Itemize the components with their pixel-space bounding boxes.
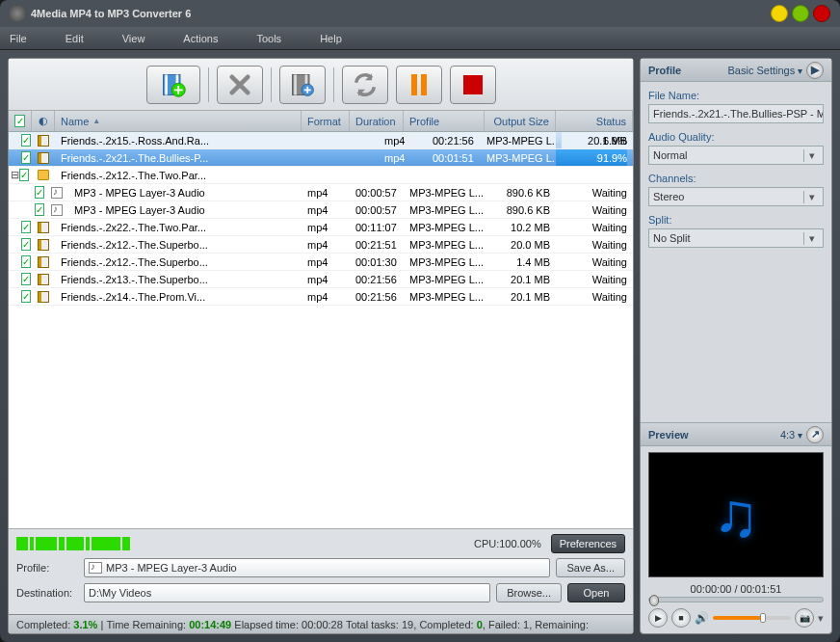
cell-format: mp4 [302,288,350,305]
snapshot-menu-icon[interactable]: ▾ [818,612,824,625]
channels-label: Channels: [648,173,824,184]
cell-size: 20.1 MB [485,288,556,305]
header-type-icon[interactable]: ◐ [32,111,55,131]
cell-check[interactable]: ✓ [9,236,32,253]
cell-type-icon [32,254,55,270]
preview-header-label: Preview [648,429,689,441]
cell-profile: MP3-MPEG L... [404,236,485,253]
split-combo[interactable]: No Split▾ [648,228,824,248]
table-row[interactable]: ✓Friends.-.2x15.-.Ross.And.Ra...mp400:21… [9,132,633,149]
titlebar[interactable]: 4Media MP4 to MP3 Converter 6 [0,0,840,27]
cell-duration: 00:21:51 [350,236,404,253]
add-profile-button[interactable] [279,66,326,104]
cell-name: Friends.-.2x14.-.The.Prom.Vi... [55,288,302,305]
cell-size: 20.1 MB [485,271,556,287]
time-display: 00:00:00 / 00:01:51 [641,583,831,595]
bottom-panel: CPU:100.00% Preferences Profile: MP3 - M… [9,528,633,614]
cell-profile: MP3-MPEG L... [481,149,562,166]
media-controls: ▶ ■ 🔊 📷 ▾ [641,606,831,633]
preview-viewport[interactable]: ♫ [648,452,824,577]
expand-icon[interactable]: ⊟ [11,169,19,181]
cell-duration: 00:21:56 [350,271,404,287]
close-button[interactable] [813,5,830,22]
cell-duration: 00:21:56 [350,288,404,305]
cell-check[interactable]: ✓ [9,184,45,201]
save-as-button[interactable]: Save As... [556,558,625,577]
cell-name: Friends.-.2x12.-.The.Superbo... [55,236,302,253]
app-title: 4Media MP4 to MP3 Converter 6 [31,8,191,19]
profile-value: MP3 - MPEG Layer-3 Audio [106,562,237,574]
table-row[interactable]: ✓Friends.-.2x13.-.The.Superbo...mp400:21… [9,271,633,288]
stop-button[interactable] [450,66,496,104]
quality-combo[interactable]: Normal▾ [648,146,824,165]
main-panel: ✓ ◐ Name▲ Format Duration Profile Output… [8,58,634,634]
volume-icon[interactable]: 🔊 [695,611,709,625]
volume-slider[interactable] [713,616,791,620]
menu-tools[interactable]: Tools [256,33,281,44]
snapshot-button[interactable]: 📷 [795,608,814,628]
pause-button[interactable] [396,66,442,104]
table-row[interactable]: ⊟✓Friends.-.2x12.-.The.Two.Par... [9,167,633,184]
profile-combo[interactable]: MP3 - MPEG Layer-3 Audio [84,558,550,577]
aspect-link[interactable]: 4:3 ▾ [780,429,802,441]
table-row[interactable]: ✓Friends.-.2x22.-.The.Two.Par...mp400:11… [9,219,633,236]
channels-combo[interactable]: Stereo▾ [648,187,824,206]
maximize-button[interactable] [792,5,809,22]
menu-actions[interactable]: Actions [183,33,218,44]
cell-check[interactable]: ✓ [9,254,32,270]
menu-view[interactable]: View [122,33,145,44]
table-row[interactable]: ✓MP3 - MPEG Layer-3 Audiomp400:00:57MP3-… [9,201,633,219]
file-list[interactable]: ✓Friends.-.2x15.-.Ross.And.Ra...mp400:21… [9,132,633,528]
filename-field[interactable]: Friends.-.2x21.-.The.Bullies-PSP - MPEG [648,104,824,123]
cell-status: Waiting [556,184,633,201]
music-note-icon: ♫ [713,479,759,550]
table-row[interactable]: ✓Friends.-.2x14.-.The.Prom.Vi...mp400:21… [9,288,633,306]
cell-format [302,167,350,183]
preferences-button[interactable]: Preferences [551,534,625,553]
cell-check[interactable]: ✓ [9,271,32,287]
delete-button[interactable] [217,66,263,104]
minimize-button[interactable] [771,5,788,22]
header-check[interactable]: ✓ [9,111,32,131]
profile-expand-button[interactable]: ▶ [806,62,824,79]
add-file-button[interactable] [146,66,200,104]
cell-check[interactable]: ✓ [9,132,32,148]
cell-format: mp4 [302,271,350,287]
header-profile[interactable]: Profile [404,111,485,131]
cell-format: mp4 [302,184,350,201]
destination-field[interactable]: D:\My Videos [84,583,490,602]
cell-size: 890.6 KB [485,184,556,201]
table-row[interactable]: ✓Friends.-.2x12.-.The.Superbo...mp400:21… [9,236,633,254]
popout-icon[interactable]: ↗ [806,426,824,443]
position-slider[interactable] [648,597,824,602]
header-size[interactable]: Output Size [485,111,556,131]
header-duration[interactable]: Duration [350,111,404,131]
cell-status [556,167,633,183]
open-button[interactable]: Open [567,583,625,602]
cell-check[interactable]: ✓ [9,149,32,166]
cell-check[interactable]: ⊟✓ [9,167,32,183]
header-format[interactable]: Format [302,111,350,131]
cell-check[interactable]: ✓ [9,201,45,218]
table-row[interactable]: ✓MP3 - MPEG Layer-3 Audiomp400:00:57MP3-… [9,184,633,201]
play-button[interactable]: ▶ [648,608,668,628]
cell-format: mp4 [379,132,427,148]
header-status[interactable]: Status [556,111,633,131]
menu-edit[interactable]: Edit [66,33,84,44]
browse-button[interactable]: Browse... [496,583,562,602]
cell-duration: 00:01:51 [427,149,481,166]
cell-status: Waiting [556,254,633,270]
menu-file[interactable]: File [10,33,27,44]
menu-help[interactable]: Help [320,33,342,44]
convert-button[interactable] [342,66,388,104]
table-row[interactable]: ✓Friends.-.2x12.-.The.Superbo...mp400:01… [9,254,633,271]
media-stop-button[interactable]: ■ [671,608,691,628]
table-row[interactable]: ✓Friends.-.2x21.-.The.Bullies-P...mp400:… [9,149,633,167]
basic-settings-link[interactable]: Basic Settings ▾ [728,65,802,76]
cell-name: Friends.-.2x15.-.Ross.And.Ra... [55,132,379,148]
header-name[interactable]: Name▲ [55,111,302,131]
cell-check[interactable]: ✓ [9,219,32,235]
destination-label: Destination: [16,587,78,599]
cell-check[interactable]: ✓ [9,288,32,305]
cell-size: 1.4 MB [485,254,556,270]
